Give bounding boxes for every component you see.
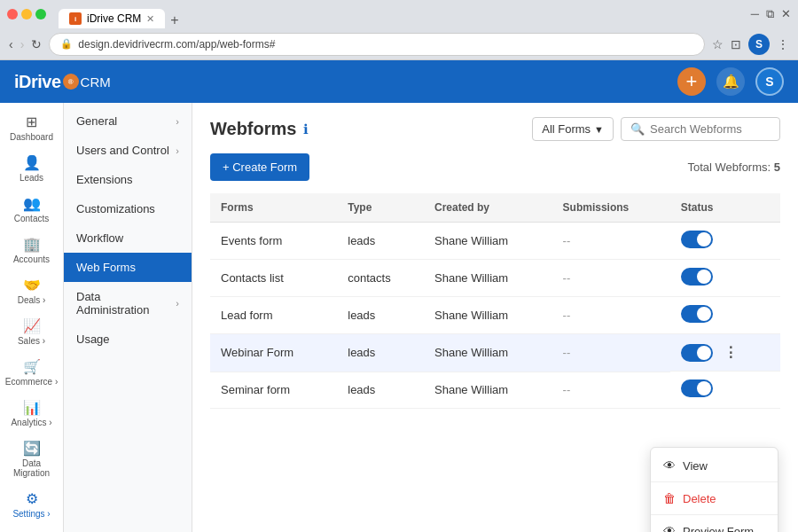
middle-nav-extensions[interactable]: Extensions xyxy=(64,165,192,194)
cell-form-name: Lead form xyxy=(210,297,337,334)
col-created-by: Created by xyxy=(424,193,552,223)
cell-submissions: -- xyxy=(552,372,670,409)
middle-nav-web-forms[interactable]: Web Forms xyxy=(64,253,192,282)
browser-tab[interactable]: i iDrive CRM ✕ xyxy=(59,9,165,28)
middle-nav: General › Users and Control › Extensions… xyxy=(64,103,192,532)
extensions-icon[interactable]: ⊡ xyxy=(731,37,741,51)
cell-created-by: Shane William xyxy=(424,334,552,372)
status-toggle[interactable] xyxy=(681,379,713,397)
tab-favicon: i xyxy=(69,12,82,25)
ecommerce-icon: 🛒 xyxy=(23,358,41,375)
middle-nav-data-admin[interactable]: Data Administration › xyxy=(64,282,192,325)
preview-icon: 👁 xyxy=(663,524,676,532)
total-label: Total Webforms: xyxy=(687,160,771,174)
middle-nav-customizations[interactable]: Customizations xyxy=(64,194,192,223)
sidebar-item-settings[interactable]: ⚙ Settings › xyxy=(0,483,63,524)
sidebar-item-datamigration[interactable]: 🔄 Data Migration xyxy=(0,433,63,483)
page-title: Webforms xyxy=(210,119,296,139)
middle-nav-usage[interactable]: Usage xyxy=(64,325,192,354)
page-title-area: Webforms ℹ xyxy=(210,119,309,139)
user-avatar[interactable]: S xyxy=(755,67,784,96)
sidebar-item-deals[interactable]: 🤝 Deals › xyxy=(0,270,63,310)
context-menu-view-label: View xyxy=(683,459,708,473)
cell-type: leads xyxy=(337,223,424,260)
middle-nav-workflow[interactable]: Workflow xyxy=(64,223,192,253)
minimize-btn[interactable] xyxy=(21,9,32,20)
footer-text: © iDrive Inc. xyxy=(6,524,57,532)
row-actions-button[interactable]: ⋮ xyxy=(720,342,741,363)
analytics-icon: 📊 xyxy=(23,399,41,416)
cell-submissions: -- xyxy=(552,260,670,297)
webforms-table: Forms Type Created by Submissions Status… xyxy=(210,193,780,409)
sidebar-item-ecommerce[interactable]: 🛒 Ecommerce › xyxy=(0,351,63,392)
col-forms: Forms xyxy=(210,193,337,223)
cell-form-name: Contacts list xyxy=(210,260,337,297)
notifications-button[interactable]: 🔔 xyxy=(716,67,745,96)
accounts-icon: 🏢 xyxy=(23,236,41,253)
cell-submissions: -- xyxy=(552,297,670,334)
address-bar[interactable]: 🔒 design.devidrivecrm.com/app/web-forms# xyxy=(49,33,705,56)
cell-type: contacts xyxy=(337,260,424,297)
context-menu-view[interactable]: 👁 View xyxy=(651,451,778,480)
status-toggle[interactable] xyxy=(681,231,713,248)
sidebar-item-contacts[interactable]: 👥 Contacts xyxy=(0,188,63,229)
close-btn[interactable] xyxy=(7,9,18,20)
sidebar-item-label: Data Migration xyxy=(4,458,59,478)
maximize-btn[interactable] xyxy=(35,9,46,20)
middle-nav-users-control[interactable]: Users and Control › xyxy=(64,136,192,165)
view-icon: 👁 xyxy=(663,458,676,473)
logo: iDrive ® CRM xyxy=(14,72,111,92)
context-menu-delete[interactable]: 🗑 Delete xyxy=(651,484,778,512)
address-text: design.devidrivecrm.com/app/web-forms# xyxy=(78,38,275,51)
reload-button[interactable]: ↻ xyxy=(31,37,42,51)
search-input[interactable] xyxy=(650,122,765,136)
filter-label: All Forms xyxy=(542,122,591,136)
bookmark-icon[interactable]: ☆ xyxy=(712,37,724,51)
new-tab-button[interactable]: + xyxy=(165,12,184,28)
datamigration-icon: 🔄 xyxy=(23,440,41,457)
status-toggle[interactable] xyxy=(681,305,713,323)
cell-status xyxy=(670,297,780,334)
sidebar-item-label: Settings › xyxy=(12,509,50,519)
leads-icon: 👤 xyxy=(23,154,41,171)
middle-nav-general[interactable]: General › xyxy=(64,106,192,136)
sidebar-item-accounts[interactable]: 🏢 Accounts xyxy=(0,229,63,270)
deals-icon: 🤝 xyxy=(23,277,41,293)
forward-button[interactable]: › xyxy=(20,37,25,51)
sidebar-item-analytics[interactable]: 📊 Analytics › xyxy=(0,392,63,433)
create-form-button[interactable]: + Create Form xyxy=(210,153,309,181)
status-toggle[interactable] xyxy=(681,344,713,362)
table-row-highlighted: Webinar Form leads Shane William -- ⋮ xyxy=(210,334,780,372)
sidebar-item-leads[interactable]: 👤 Leads xyxy=(0,147,63,188)
cell-type: leads xyxy=(337,334,424,372)
sidebar-item-dashboard[interactable]: ⊞ Dashboard xyxy=(0,106,63,147)
browser-minimize-icon[interactable]: ─ xyxy=(751,7,759,21)
cell-submissions: -- xyxy=(552,334,670,372)
profile-icon[interactable]: S xyxy=(748,34,770,55)
cell-status xyxy=(670,260,780,297)
back-button[interactable]: ‹ xyxy=(9,37,13,51)
toolbar: + Create Form Total Webforms: 5 xyxy=(210,153,780,181)
logo-crm: CRM xyxy=(81,74,111,90)
tab-close-icon[interactable]: ✕ xyxy=(146,13,154,25)
status-toggle[interactable] xyxy=(681,268,713,286)
cell-form-name: Seminar form xyxy=(210,372,337,409)
sales-icon: 📈 xyxy=(23,317,41,334)
browser-close-icon[interactable]: ✕ xyxy=(781,7,791,21)
cell-form-name: Events form xyxy=(210,223,337,260)
total-webforms: Total Webforms: 5 xyxy=(687,160,780,174)
cell-created-by: Shane William xyxy=(424,260,552,297)
add-button[interactable]: + xyxy=(677,67,706,96)
menu-icon[interactable]: ⋮ xyxy=(777,37,789,51)
table-row: Seminar form leads Shane William -- xyxy=(210,372,780,409)
sidebar-item-label: Accounts xyxy=(13,254,50,264)
info-icon[interactable]: ℹ xyxy=(303,121,309,137)
context-menu-preview[interactable]: 👁 Preview Form xyxy=(651,517,778,532)
search-box: 🔍 xyxy=(621,117,780,141)
browser-restore-icon[interactable]: ⧉ xyxy=(766,7,774,21)
filter-dropdown[interactable]: All Forms ▼ xyxy=(532,117,614,141)
table-row: Lead form leads Shane William -- xyxy=(210,297,780,334)
total-count: 5 xyxy=(774,160,780,174)
sidebar-item-sales[interactable]: 📈 Sales › xyxy=(0,310,63,351)
sidebar-item-label: Contacts xyxy=(14,214,49,223)
